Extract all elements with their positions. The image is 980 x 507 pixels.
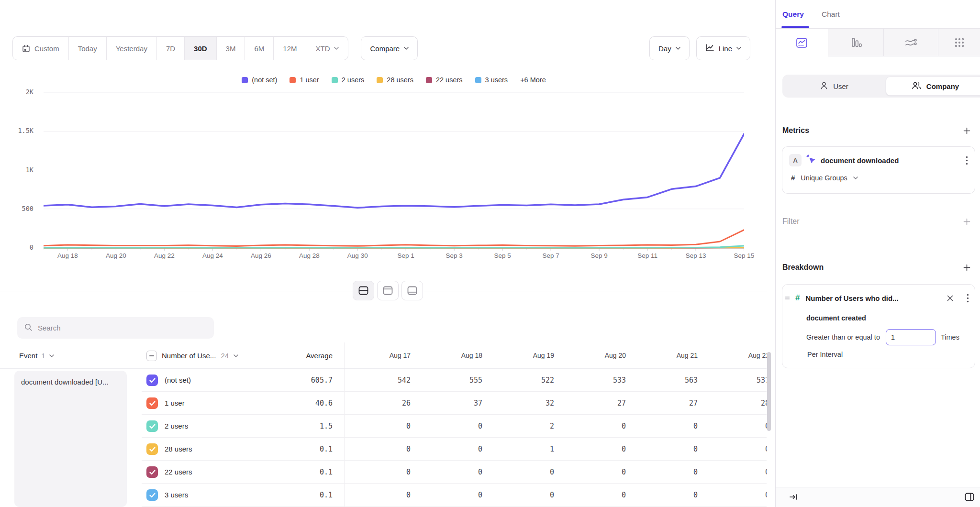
legend-more[interactable]: +6 More (520, 76, 546, 84)
row-checkbox[interactable] (146, 397, 158, 409)
add-filter-button[interactable] (963, 218, 970, 225)
calendar-icon (22, 44, 30, 53)
entity-option-user[interactable]: User (782, 75, 886, 98)
range-3m[interactable]: 3M (217, 37, 245, 60)
row-value: 0 (411, 484, 482, 507)
legend-swatch (475, 77, 481, 83)
metric-event-name[interactable]: document downloaded (821, 156, 899, 165)
select-all-checkbox[interactable] (146, 351, 157, 361)
x-tick-label: Aug 26 (242, 252, 280, 259)
row-value: 27 (626, 392, 698, 415)
company-option-label: Company (926, 82, 959, 90)
add-breakdown-button[interactable] (963, 264, 970, 271)
layout-bottom-button[interactable] (401, 281, 423, 300)
condition-value-input[interactable] (886, 329, 936, 345)
date-column-header: Aug 17 (339, 342, 411, 369)
compare-label: Compare (370, 44, 400, 53)
chevron-down-icon (736, 47, 741, 50)
kebab-menu-icon[interactable] (967, 294, 969, 303)
breakdown-event-name[interactable]: document created (806, 314, 866, 322)
legend-item[interactable]: 3 users (475, 76, 508, 84)
range-xtd[interactable]: XTD (306, 37, 348, 60)
range-12m[interactable]: 12M (274, 37, 306, 60)
x-tick-label: Sep 1 (387, 252, 425, 259)
table-row[interactable]: (not set)605.7542555522533563537 (142, 369, 767, 392)
chart-type-flow-tab[interactable] (884, 29, 938, 56)
row-checkbox[interactable] (146, 443, 158, 455)
date-column-header: Aug 21 (626, 342, 698, 369)
compare-button[interactable]: Compare (361, 36, 418, 60)
range-yesterday[interactable]: Yesterday (107, 37, 157, 60)
filter-heading: Filter (782, 217, 800, 226)
row-checkbox[interactable] (146, 466, 158, 478)
tab-chart[interactable]: Chart (822, 0, 840, 29)
metric-aggregation[interactable]: # Unique Groups (791, 174, 858, 182)
row-value: 26 (339, 392, 411, 415)
chart-type-label: Line (719, 44, 732, 53)
chart-type-more-tab[interactable] (938, 29, 980, 56)
range-7d[interactable]: 7D (157, 37, 185, 60)
table-row[interactable]: 28 users0.1001000 (142, 438, 767, 461)
row-value: 0 (698, 415, 767, 438)
table-row[interactable]: 22 users0.1000000 (142, 461, 767, 484)
chart-type-line-tab[interactable] (776, 29, 828, 56)
range-custom[interactable]: Custom (13, 37, 69, 60)
legend-item[interactable]: 1 user (290, 76, 319, 84)
tab-query[interactable]: Query (782, 0, 804, 29)
x-tick-label: Sep 15 (725, 252, 763, 259)
row-value: 2 (482, 415, 554, 438)
layout-top-button[interactable] (377, 281, 399, 300)
row-average: 1.5 (261, 415, 333, 438)
chart-type-dropdown[interactable]: Line (696, 36, 750, 60)
row-checkbox[interactable] (146, 375, 158, 386)
collapse-sidebar-icon[interactable] (789, 493, 798, 501)
chevron-down-icon (334, 47, 339, 50)
range-30d[interactable]: 30D (185, 37, 217, 60)
row-value: 0 (411, 438, 482, 461)
range-today[interactable]: Today (69, 37, 107, 60)
user-option-label: User (833, 82, 848, 90)
row-checkbox[interactable] (146, 420, 158, 432)
legend-item[interactable]: 2 users (332, 76, 365, 84)
row-checkbox[interactable] (146, 489, 158, 501)
table-scrollbar[interactable] (767, 352, 771, 431)
metrics-heading: Metrics (782, 126, 809, 135)
x-axis-labels: Aug 18Aug 20Aug 22Aug 24Aug 26Aug 28Aug … (44, 252, 744, 261)
interval-dropdown[interactable]: Day (649, 36, 690, 60)
per-interval-label[interactable]: Per Interval (807, 351, 843, 358)
table-row[interactable]: 2 users1.5002000 (142, 415, 767, 438)
entity-option-company[interactable]: Company (886, 77, 980, 96)
row-label: 2 users (165, 415, 188, 438)
legend-item[interactable]: 28 users (377, 76, 413, 84)
close-icon[interactable] (947, 295, 953, 301)
range-6m[interactable]: 6M (245, 37, 274, 60)
table-row[interactable]: 3 users0.1000000 (142, 484, 767, 507)
add-metric-button[interactable] (963, 127, 970, 134)
panel-toggle-icon[interactable] (965, 493, 974, 501)
x-tick-label: Aug 30 (338, 252, 377, 259)
legend-item[interactable]: 22 users (426, 76, 463, 84)
legend-label: 22 users (436, 76, 463, 84)
event-column-header[interactable]: Event 1 (19, 342, 54, 369)
search-input[interactable] (38, 324, 200, 332)
y-tick-label: 500 (22, 205, 33, 212)
x-tick-label: Aug 20 (97, 252, 135, 259)
chart-type-bar-tab[interactable] (828, 29, 884, 56)
event-count: 1 (41, 352, 45, 360)
people-icon (912, 81, 922, 91)
row-value: 0 (698, 461, 767, 484)
row-value: 0 (482, 484, 554, 507)
row-value: 0 (554, 415, 626, 438)
condition-label[interactable]: Greater than or equal to (806, 333, 880, 341)
table-row[interactable]: 1 user40.6263732272728 (142, 392, 767, 415)
x-tick-label: Aug 22 (145, 252, 183, 259)
entity-toggle: User Company (782, 75, 980, 98)
y-tick-label: 0 (30, 243, 33, 251)
chevron-down-icon (49, 354, 54, 357)
layout-split-button[interactable] (353, 281, 374, 300)
legend-swatch (426, 77, 432, 83)
row-value: 28 (698, 392, 767, 415)
legend-item[interactable]: (not set) (242, 76, 277, 84)
kebab-menu-icon[interactable] (965, 155, 969, 166)
drag-handle-icon[interactable] (785, 294, 790, 302)
